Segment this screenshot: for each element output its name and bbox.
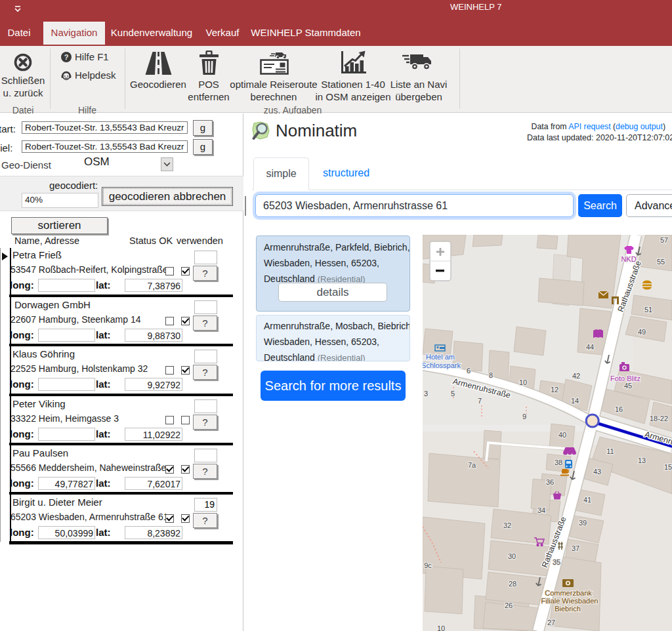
svg-text:26: 26	[505, 601, 513, 609]
svg-text:7a: 7a	[468, 461, 476, 469]
svg-text:37: 37	[572, 544, 579, 552]
svg-text:10: 10	[519, 378, 527, 386]
svg-text:41: 41	[583, 496, 591, 504]
svg-text:NKD: NKD	[621, 255, 636, 263]
svg-text:45: 45	[624, 382, 632, 390]
svg-text:38: 38	[555, 458, 562, 466]
svg-text:6: 6	[467, 367, 471, 375]
svg-text:35: 35	[553, 558, 560, 566]
svg-text:42: 42	[572, 372, 580, 380]
svg-text:34: 34	[537, 506, 545, 514]
svg-text:57: 57	[660, 236, 668, 244]
svg-text:3: 3	[424, 390, 428, 397]
svg-text:7: 7	[478, 397, 482, 405]
svg-text:36: 36	[546, 478, 554, 486]
svg-text:28: 28	[509, 580, 516, 588]
svg-text:43: 43	[593, 468, 601, 476]
svg-text:49: 49	[638, 328, 646, 336]
svg-text:14: 14	[571, 397, 579, 405]
svg-text:39: 39	[579, 519, 587, 527]
svg-text:Commerzbank: Commerzbank	[545, 589, 592, 597]
svg-text:8: 8	[489, 371, 493, 379]
svg-text:Biebrich: Biebrich	[555, 605, 581, 613]
svg-text:9c: 9c	[424, 561, 432, 569]
svg-text:5: 5	[451, 390, 455, 397]
svg-text:Filiale Wiesbaden: Filiale Wiesbaden	[541, 597, 598, 605]
svg-text:18-22: 18-22	[650, 415, 668, 422]
svg-text:16: 16	[615, 405, 623, 413]
svg-text:Schlosspark: Schlosspark	[423, 361, 461, 369]
svg-text:51: 51	[644, 306, 652, 314]
svg-text:55: 55	[657, 258, 665, 266]
svg-text:?: ?	[64, 53, 69, 61]
svg-text:44: 44	[586, 343, 594, 351]
svg-text:10: 10	[437, 624, 445, 631]
svg-text:11: 11	[606, 447, 614, 455]
svg-text:27: 27	[547, 619, 555, 626]
svg-text:9: 9	[522, 413, 526, 420]
svg-text:Hotel am: Hotel am	[426, 353, 455, 361]
svg-text:Foto Blitz: Foto Blitz	[610, 375, 640, 382]
svg-text:13: 13	[638, 457, 646, 464]
svg-text:15: 15	[664, 463, 672, 471]
svg-text:40: 40	[558, 431, 566, 439]
svg-text:32: 32	[503, 521, 511, 529]
svg-text:12: 12	[551, 386, 558, 394]
svg-text:30: 30	[508, 552, 516, 560]
